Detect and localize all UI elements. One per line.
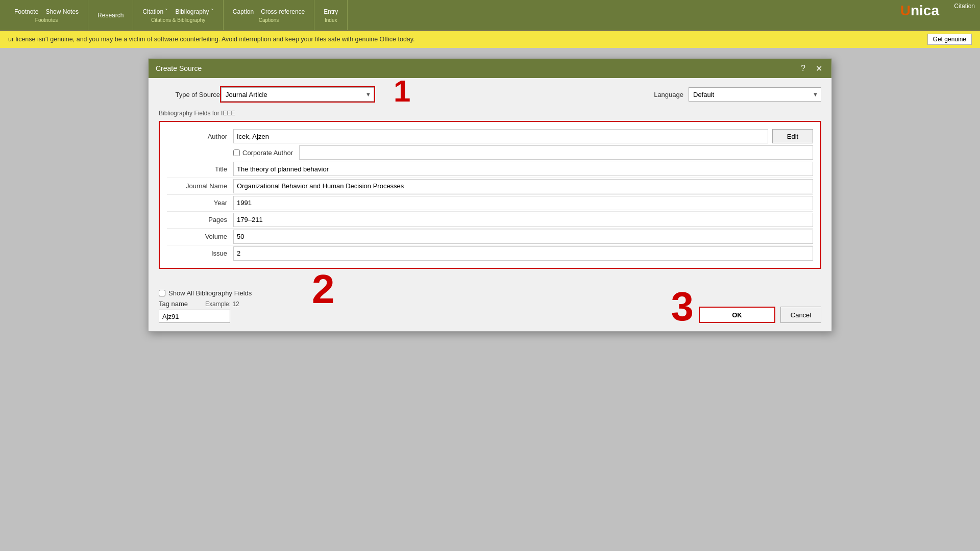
volume-label: Volume <box>167 233 233 240</box>
title-input[interactable] <box>233 162 813 176</box>
citations-group: Citation ˅ Bibliography ˅ Citations & Bi… <box>133 0 223 30</box>
step-3-number: 3 <box>671 286 694 327</box>
language-label: Language <box>654 91 683 98</box>
corporate-author-text: Corporate Author <box>242 149 293 157</box>
edit-author-button[interactable]: Edit <box>772 129 813 143</box>
warning-bar: ur license isn't genuine, and you may be… <box>0 31 980 48</box>
captions-group-title: Captions <box>259 17 279 23</box>
journal-name-input[interactable] <box>233 179 813 193</box>
caption-button[interactable]: Caption <box>231 7 256 16</box>
citation-top-right-label: Citation <box>954 3 975 10</box>
title-row: Title <box>167 161 813 177</box>
journal-name-row: Journal Name <box>167 178 813 194</box>
pages-row: Pages <box>167 211 813 228</box>
get-genuine-button[interactable]: Get genuine <box>927 34 972 45</box>
volume-input[interactable] <box>233 230 813 244</box>
research-group: Research <box>88 0 133 30</box>
cancel-button[interactable]: Cancel <box>780 307 821 323</box>
main-area: Create Source ? ✕ Type of Source Journal… <box>0 48 980 551</box>
type-of-source-select[interactable]: Journal Article <box>221 87 374 102</box>
journal-name-label: Journal Name <box>167 182 233 190</box>
language-select[interactable]: Default <box>689 87 821 102</box>
language-section: Language Default ▼ <box>654 87 821 102</box>
dialog-body: Type of Source Journal Article ▼ 1 Langu… <box>149 78 831 284</box>
corporate-author-input[interactable] <box>299 145 813 160</box>
index-group: Entry Index <box>314 0 348 30</box>
research-button[interactable]: Research <box>95 11 126 20</box>
dialog-title: Create Source <box>156 64 202 72</box>
year-row: Year <box>167 194 813 211</box>
dialog-footer: 2 Show All Bibliography Fields Tag name … <box>149 284 831 331</box>
help-button[interactable]: ? <box>799 64 807 73</box>
ribbon: Footnote Show Notes Footnotes Research C… <box>0 0 980 31</box>
step-2-number: 2 <box>312 269 335 310</box>
show-all-checkbox[interactable] <box>159 290 165 296</box>
author-input[interactable] <box>233 129 768 143</box>
tag-section: Tag name Example: 12 <box>159 300 252 323</box>
close-button[interactable]: ✕ <box>814 64 824 73</box>
corporate-author-checkbox[interactable] <box>233 149 240 156</box>
author-row: Author Edit <box>167 128 813 144</box>
type-of-source-wrapper: Journal Article ▼ <box>220 86 375 103</box>
bibliography-button[interactable]: Bibliography ˅ <box>173 7 215 16</box>
unica-logo: Unica <box>900 3 939 19</box>
step-1-number: 1 <box>394 76 410 107</box>
corporate-author-label: Corporate Author <box>233 149 293 157</box>
entry-button[interactable]: Entry <box>322 7 340 16</box>
footnotes-group-title: Footnotes <box>35 17 58 23</box>
footer-right: 3 OK Cancel <box>699 307 821 323</box>
issue-input[interactable] <box>233 246 813 261</box>
dialog-titlebar: Create Source ? ✕ <box>149 59 831 78</box>
issue-label: Issue <box>167 249 233 257</box>
warning-text: ur license isn't genuine, and you may be… <box>8 36 927 43</box>
citation-button[interactable]: Citation ˅ <box>140 7 170 16</box>
ok-button[interactable]: OK <box>699 307 775 323</box>
type-of-source-label: Type of Source <box>159 91 220 98</box>
language-select-wrapper: Default ▼ <box>689 87 821 102</box>
index-group-title: Index <box>325 17 337 23</box>
author-label: Author <box>167 133 233 140</box>
show-all-row: Show All Bibliography Fields <box>159 289 252 297</box>
titlebar-controls: ? ✕ <box>799 64 824 73</box>
year-input[interactable] <box>233 196 813 210</box>
footnotes-group: Footnote Show Notes Footnotes <box>5 0 88 30</box>
cross-reference-button[interactable]: Cross-reference <box>259 7 307 16</box>
pages-label: Pages <box>167 216 233 223</box>
tag-name-input[interactable] <box>159 310 230 323</box>
volume-row: Volume <box>167 228 813 244</box>
bib-section-label: Bibliography Fields for IEEE <box>159 110 821 117</box>
tag-example-label: Example: 12 <box>205 300 239 308</box>
title-label: Title <box>167 165 233 173</box>
year-label: Year <box>167 199 233 207</box>
show-notes-button[interactable]: Show Notes <box>43 7 81 16</box>
captions-group: Caption Cross-reference Captions <box>224 0 314 30</box>
corporate-author-row: Corporate Author <box>167 145 813 160</box>
show-all-label: Show All Bibliography Fields <box>168 289 252 297</box>
pages-input[interactable] <box>233 213 813 227</box>
citations-group-title: Citations & Bibliography <box>151 17 205 23</box>
bib-fields-section: Author Edit Corporate Author <box>159 121 821 269</box>
create-source-dialog: Create Source ? ✕ Type of Source Journal… <box>148 58 832 332</box>
footnote-button[interactable]: Footnote <box>12 7 40 16</box>
issue-row: Issue <box>167 245 813 261</box>
tag-name-label: Tag name <box>159 300 188 308</box>
